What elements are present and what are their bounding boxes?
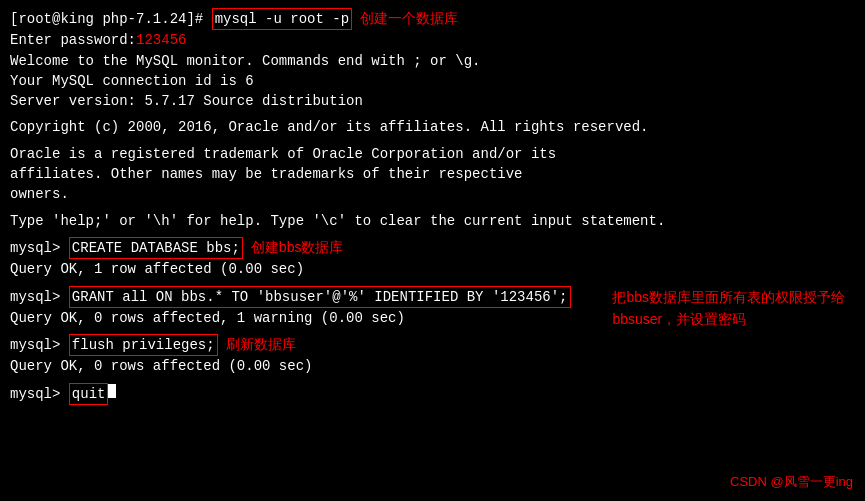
oracle-text-1: Oracle is a registered trademark of Orac… [10, 144, 556, 164]
query-ok-1-text: Query OK, 1 row affected (0.00 sec) [10, 259, 304, 279]
oracle-text-3: owners. [10, 184, 69, 204]
line-oracle1: Oracle is a registered trademark of Orac… [10, 144, 855, 164]
annotation-grant-line1: 把bbs数据库里面所有表的权限授予给 [612, 286, 845, 308]
cmd-mysql-login: mysql -u root -p [212, 8, 352, 30]
connection-text: Your MySQL connection id is 6 [10, 71, 254, 91]
password-value: 123456 [136, 30, 186, 50]
annotation-bbs-db: 创建bbs数据库 [251, 237, 344, 257]
grant-section: mysql> GRANT all ON bbs.* TO 'bbsuser'@'… [10, 286, 855, 329]
oracle-text-2: affiliates. Other names may be trademark… [10, 164, 522, 184]
line-server: Server version: 5.7.17 Source distributi… [10, 91, 855, 111]
line-copyright: Copyright (c) 2000, 2016, Oracle and/or … [10, 117, 855, 137]
query-ok-2-text: Query OK, 0 rows affected, 1 warning (0.… [10, 308, 405, 328]
cmd-flush: flush privileges; [69, 334, 218, 356]
mysql-prompt-1: mysql> [10, 238, 60, 258]
line-query-ok-3: Query OK, 0 rows affected (0.00 sec) [10, 356, 855, 376]
annotation-flush: 刷新数据库 [226, 334, 296, 354]
line-1: [root@king php-7.1.24]# mysql -u root -p… [10, 8, 855, 30]
line-flush: mysql> flush privileges; 刷新数据库 [10, 334, 855, 356]
mysql-prompt-4: mysql> [10, 384, 60, 404]
csdn-watermark: CSDN @风雪一更ing [730, 473, 853, 491]
copyright-text: Copyright (c) 2000, 2016, Oracle and/or … [10, 117, 649, 137]
line-oracle3: owners. [10, 184, 855, 204]
annotation-create-db: 创建一个数据库 [360, 8, 458, 28]
help-text: Type 'help;' or '\h' for help. Type '\c'… [10, 211, 665, 231]
cmd-quit: quit [69, 383, 109, 405]
shell-prompt: [root@king php-7.1.24]# [10, 9, 203, 29]
terminal: [root@king php-7.1.24]# mysql -u root -p… [0, 0, 865, 413]
enter-password-label: Enter password: [10, 30, 136, 50]
line-oracle2: affiliates. Other names may be trademark… [10, 164, 855, 184]
line-enter-password: Enter password: 123456 [10, 30, 855, 50]
cursor [108, 384, 116, 398]
mysql-prompt-3: mysql> [10, 335, 60, 355]
line-connection: Your MySQL connection id is 6 [10, 71, 855, 91]
cmd-create-database: CREATE DATABASE bbs; [69, 237, 243, 259]
query-ok-3-text: Query OK, 0 rows affected (0.00 sec) [10, 356, 312, 376]
line-query-ok-1: Query OK, 1 row affected (0.00 sec) [10, 259, 855, 279]
line-welcome: Welcome to the MySQL monitor. Commands e… [10, 51, 855, 71]
line-create-db: mysql> CREATE DATABASE bbs; 创建bbs数据库 [10, 237, 855, 259]
annotation-grant-line2: bbsuser，并设置密码 [612, 308, 845, 330]
welcome-text: Welcome to the MySQL monitor. Commands e… [10, 51, 480, 71]
annotation-grant: 把bbs数据库里面所有表的权限授予给 bbsuser，并设置密码 [612, 286, 845, 331]
line-help: Type 'help;' or '\h' for help. Type '\c'… [10, 211, 855, 231]
line-quit: mysql> quit [10, 383, 855, 405]
server-text: Server version: 5.7.17 Source distributi… [10, 91, 363, 111]
mysql-prompt-2: mysql> [10, 287, 60, 307]
cmd-grant: GRANT all ON bbs.* TO 'bbsuser'@'%' IDEN… [69, 286, 571, 308]
